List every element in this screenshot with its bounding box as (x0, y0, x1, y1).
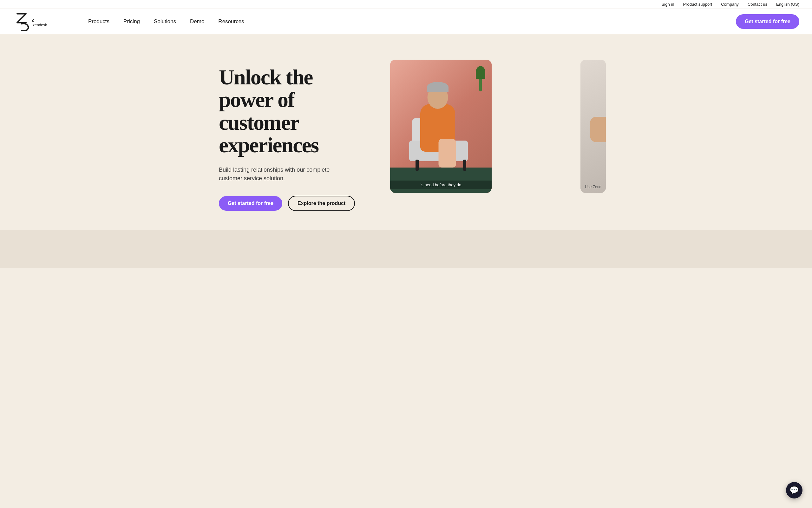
hero-images: 's need before they do Use Zend (390, 60, 593, 193)
sign-in-link[interactable]: Sign in (662, 2, 674, 7)
product-support-link[interactable]: Product support (683, 2, 712, 7)
nav-demo[interactable]: Demo (184, 16, 210, 27)
company-link[interactable]: Company (721, 2, 739, 7)
hero-title: Unlock the power of customer experiences (219, 66, 371, 157)
nav-resources[interactable]: Resources (213, 16, 250, 27)
nav-links: Products Pricing Solutions Demo Resource… (83, 16, 736, 27)
nav-get-started-button[interactable]: Get started for free (736, 14, 799, 29)
nav-pricing[interactable]: Pricing (118, 16, 146, 27)
card-caption-2: Use Zend (580, 183, 606, 190)
nav-products[interactable]: Products (83, 16, 115, 27)
language-selector[interactable]: English (US) (776, 2, 799, 7)
nav-cta-area: Get started for free (736, 14, 799, 29)
logo[interactable]: z zendesk (13, 10, 63, 33)
hero-buttons: Get started for free Explore the product (219, 196, 371, 211)
svg-text:zendesk: zendesk (33, 23, 47, 27)
hero-explore-button[interactable]: Explore the product (288, 196, 355, 211)
svg-text:z: z (32, 16, 34, 23)
hero-card-side: Use Zend (580, 60, 606, 193)
card-caption-1: 's need before they do (390, 180, 492, 189)
utility-bar: Sign in Product support Company Contact … (0, 0, 812, 9)
hero-get-started-button[interactable]: Get started for free (219, 196, 282, 211)
hero-subtitle: Build lasting relationships with our com… (219, 166, 352, 183)
hero-content: Unlock the power of customer experiences… (219, 60, 371, 211)
nav-solutions[interactable]: Solutions (148, 16, 182, 27)
hero-card-main: 's need before they do (390, 60, 492, 193)
main-navigation: z zendesk Products Pricing Solutions Dem… (0, 9, 812, 34)
bottom-section (0, 230, 812, 268)
hero-section: Unlock the power of customer experiences… (0, 34, 812, 230)
contact-us-link[interactable]: Contact us (748, 2, 767, 7)
